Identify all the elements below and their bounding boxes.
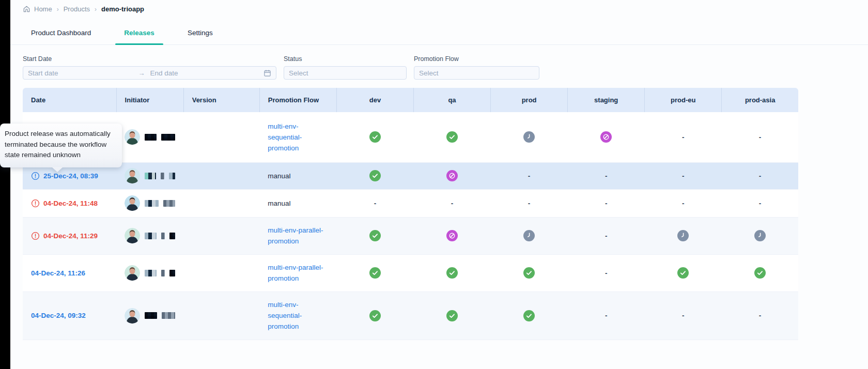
redacted-initiator-name <box>169 233 175 239</box>
release-date-text: 04-Dec-24, 11:29 <box>43 232 98 240</box>
initiator-avatar <box>125 308 140 324</box>
initiator-avatar <box>125 168 140 183</box>
col-prod: prod <box>491 88 568 112</box>
promotion-flow-link[interactable]: multi-env-sequential-promotion <box>268 121 328 153</box>
termination-tooltip: Product release was automatically termin… <box>0 124 122 167</box>
redacted-initiator-name <box>161 233 165 239</box>
table-row[interactable]: 04-Dec-24, 11:26multi-env-parallel-promo… <box>23 254 798 291</box>
check-circle-icon[interactable] <box>369 310 381 321</box>
status-select[interactable]: Select <box>284 66 407 80</box>
tab-product-dashboard[interactable]: Product Dashboard <box>31 21 91 44</box>
ban-circle-icon[interactable] <box>600 131 612 143</box>
initiator-cell <box>125 228 175 243</box>
version-cell <box>183 254 259 291</box>
tab-bar: Product Dashboard Releases Settings <box>10 21 868 45</box>
check-circle-icon[interactable] <box>446 267 458 279</box>
redacted-initiator-name <box>169 173 175 179</box>
promotion-flow-link[interactable]: multi-env-parallel-promotion <box>268 262 328 284</box>
date-range-input[interactable]: Start date → End date <box>23 66 276 80</box>
range-arrow-icon: → <box>138 69 145 77</box>
clock-circle-icon[interactable] <box>523 131 535 143</box>
check-circle-icon[interactable] <box>446 310 458 321</box>
table-row[interactable]: 04-Dec-24, 11:48manual------ <box>23 189 798 217</box>
col-prod-eu: prod-eu <box>645 88 722 112</box>
filter-promotion-flow: Promotion Flow Select <box>414 55 539 80</box>
check-circle-icon[interactable] <box>369 131 381 143</box>
check-circle-icon[interactable] <box>446 131 458 143</box>
table-row[interactable]: 04-Dec-24, 09:32multi-env-sequential-pro… <box>23 291 798 340</box>
check-circle-icon[interactable] <box>369 170 381 181</box>
end-date-placeholder[interactable]: End date <box>150 69 261 77</box>
release-date-link[interactable]: 04-Dec-24, 09:32 <box>31 312 108 319</box>
tab-releases[interactable]: Releases <box>124 21 154 44</box>
check-circle-icon[interactable] <box>523 310 535 321</box>
ban-circle-icon[interactable] <box>446 230 458 241</box>
check-circle-icon[interactable] <box>677 267 689 279</box>
col-promotion-flow: Promotion Flow <box>259 88 336 112</box>
release-date-link[interactable]: 04-Dec-24, 11:29 <box>31 232 108 240</box>
main-content: Home › Products › demo-trioapp Product D… <box>10 0 868 369</box>
promotion-flow-text: manual <box>268 171 290 181</box>
release-date-link[interactable]: 04-Dec-24, 11:26 <box>31 269 108 277</box>
table-row[interactable]: 04-Dec-24, 11:29multi-env-parallel-promo… <box>23 217 798 254</box>
env-status-empty: - <box>451 199 454 207</box>
tab-settings[interactable]: Settings <box>188 21 213 44</box>
redacted-initiator-name <box>161 173 164 179</box>
check-circle-icon[interactable] <box>523 267 535 279</box>
clock-circle-icon[interactable] <box>754 230 766 241</box>
redacted-initiator-name <box>163 200 175 207</box>
ban-circle-icon[interactable] <box>446 170 458 181</box>
col-prod-asia: prod-asia <box>722 88 798 112</box>
clock-circle-icon[interactable] <box>523 230 535 241</box>
table-row[interactable]: multi-env-sequential-promotion-- <box>23 112 798 162</box>
breadcrumb-separator: › <box>57 6 59 13</box>
env-status-empty: - <box>759 312 762 319</box>
version-cell <box>183 189 259 217</box>
redacted-initiator-name <box>145 233 156 239</box>
filter-start-date: Start Date Start date → End date <box>23 55 276 80</box>
env-status-empty: - <box>528 199 531 207</box>
redacted-initiator-name <box>169 270 175 276</box>
env-status-empty: - <box>682 172 685 180</box>
env-status-empty: - <box>759 199 762 207</box>
redacted-initiator-name <box>145 134 157 141</box>
redacted-initiator-name <box>145 270 156 276</box>
breadcrumb: Home › Products › demo-trioapp <box>10 0 868 13</box>
col-staging: staging <box>568 88 645 112</box>
clock-circle-icon[interactable] <box>677 230 689 241</box>
col-initiator: Initiator <box>116 88 183 112</box>
promotion-flow-select[interactable]: Select <box>414 66 539 80</box>
release-date-link[interactable]: 25-Dec-24, 08:39 <box>31 172 108 180</box>
check-circle-icon[interactable] <box>754 267 766 279</box>
version-cell <box>183 112 259 162</box>
releases-table: Date Initiator Version Promotion Flow de… <box>23 88 798 340</box>
promotion-flow-link[interactable]: multi-env-parallel-promotion <box>268 225 328 247</box>
redacted-initiator-name <box>145 173 156 179</box>
breadcrumb-home[interactable]: Home <box>34 5 52 13</box>
alert-circle-icon[interactable] <box>31 172 40 180</box>
table-header-row: Date Initiator Version Promotion Flow de… <box>23 88 798 112</box>
promotion-flow-select-placeholder: Select <box>419 69 439 77</box>
releases-page: Home › Products › demo-trioapp Product D… <box>0 0 868 369</box>
alert-circle-icon[interactable] <box>31 232 40 240</box>
home-icon[interactable] <box>23 5 30 13</box>
check-circle-icon[interactable] <box>369 267 381 279</box>
version-cell <box>183 291 259 340</box>
table-row[interactable]: 25-Dec-24, 08:39manual---- <box>23 162 798 189</box>
alert-circle-icon[interactable] <box>31 199 40 208</box>
start-date-placeholder[interactable]: Start date <box>28 69 138 77</box>
release-date-link[interactable]: 04-Dec-24, 11:48 <box>31 199 108 208</box>
promotion-flow-link[interactable]: multi-env-sequential-promotion <box>268 299 328 332</box>
release-date-text: 04-Dec-24, 11:48 <box>43 199 98 207</box>
releases-table-wrap: Date Initiator Version Promotion Flow de… <box>23 88 798 340</box>
initiator-avatar <box>125 129 140 145</box>
status-label: Status <box>284 55 407 63</box>
initiator-avatar <box>125 228 140 243</box>
env-status-empty: - <box>605 172 608 180</box>
breadcrumb-products[interactable]: Products <box>64 5 90 13</box>
calendar-icon[interactable] <box>264 69 271 77</box>
check-circle-icon[interactable] <box>369 230 381 241</box>
env-status-empty: - <box>528 172 531 180</box>
env-status-empty: - <box>605 232 608 240</box>
env-status-empty: - <box>682 133 685 141</box>
